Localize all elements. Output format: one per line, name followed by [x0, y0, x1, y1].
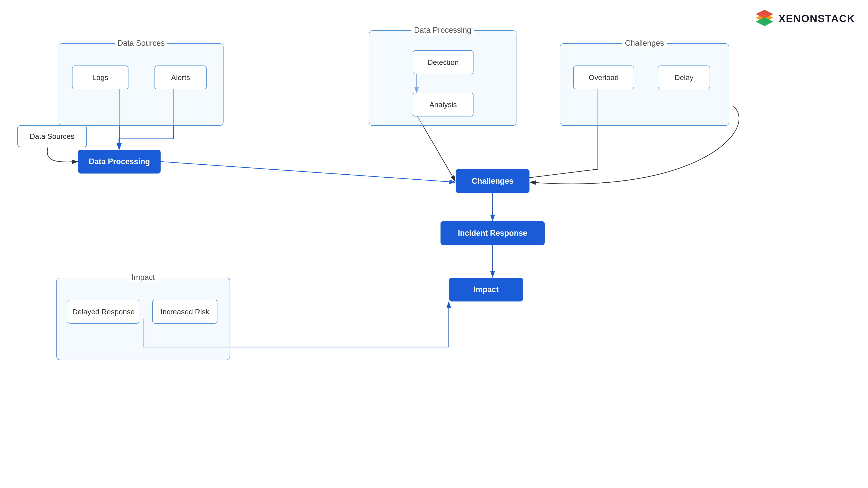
impact-group-label: Impact: [129, 273, 158, 282]
challenges-group-label: Challenges: [622, 39, 666, 48]
data-sources-group: Data Sources Logs Alerts: [59, 43, 223, 126]
alerts-box: Alerts: [155, 65, 207, 89]
impact-group: Impact Delayed Response Increased Risk: [56, 278, 230, 360]
increased-risk-box: Increased Risk: [152, 300, 217, 324]
data-sources-group-label: Data Sources: [115, 39, 167, 48]
delayed-response-box: Delayed Response: [68, 300, 139, 324]
impact-blue: Impact: [449, 278, 523, 301]
data-sources-standalone: Data Sources: [18, 125, 87, 147]
data-processing-group: Data Processing Detection Analysis: [369, 30, 517, 126]
detection-box: Detection: [413, 50, 473, 74]
incident-response-blue: Incident Response: [440, 221, 545, 245]
data-processing-blue: Data Processing: [78, 150, 161, 173]
logs-box: Logs: [72, 65, 128, 89]
challenges-blue: Challenges: [456, 169, 529, 193]
challenges-group: Challenges Overload Delay: [560, 43, 729, 126]
logo: XENONSTACK: [755, 9, 855, 28]
logo-icon: [755, 9, 774, 28]
diagram-container: XENONSTACK Data Sources Data Sources Log…: [0, 0, 868, 488]
delay-box: Delay: [658, 65, 710, 89]
overload-box: Overload: [573, 65, 634, 89]
data-processing-group-label: Data Processing: [411, 26, 474, 35]
analysis-box: Analysis: [413, 93, 473, 117]
logo-text: XENONSTACK: [779, 12, 855, 25]
